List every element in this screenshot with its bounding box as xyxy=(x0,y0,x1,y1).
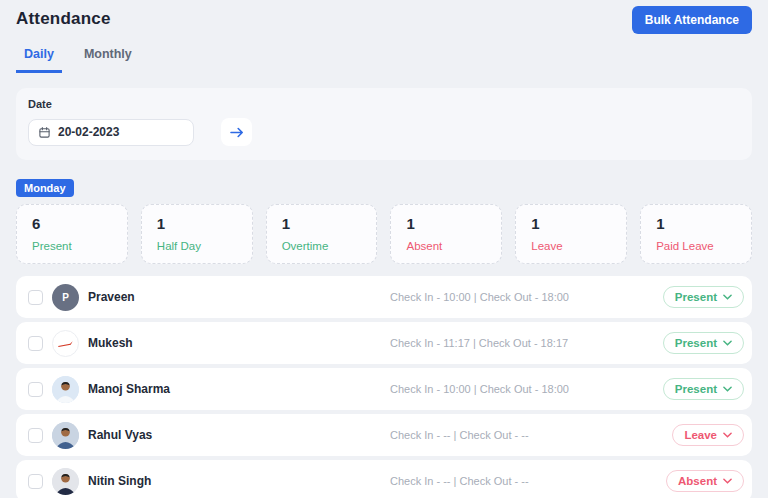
chevron-down-icon xyxy=(723,432,732,438)
check-in-out-text: Check In - -- | Check Out - -- xyxy=(390,475,529,487)
stat-value: 1 xyxy=(656,215,736,232)
chevron-down-icon xyxy=(723,340,732,346)
row-checkbox[interactable] xyxy=(28,428,43,443)
status-label: Present xyxy=(675,337,717,349)
chevron-down-icon xyxy=(723,386,732,392)
status-label: Absent xyxy=(678,475,717,487)
employee-name: Mukesh xyxy=(88,336,133,350)
stat-label: Absent xyxy=(406,240,486,252)
status-dropdown[interactable]: Present xyxy=(663,286,744,308)
stat-label: Present xyxy=(32,240,112,252)
employee-row: Nitin Singh Check In - -- | Check Out - … xyxy=(16,460,752,498)
stat-card: 1 Overtime xyxy=(266,204,378,264)
chevron-down-icon xyxy=(723,294,732,300)
employee-row: Manoj Sharma Check In - 10:00 | Check Ou… xyxy=(16,368,752,410)
avatar-photo xyxy=(52,468,79,495)
row-checkbox[interactable] xyxy=(28,336,43,351)
stat-label: Leave xyxy=(531,240,611,252)
stat-value: 1 xyxy=(531,215,611,232)
employee-list: P Praveen Check In - 10:00 | Check Out -… xyxy=(16,276,752,498)
date-filter-panel: Date 20-02-2023 xyxy=(16,88,752,160)
row-checkbox[interactable] xyxy=(28,382,43,397)
status-dropdown[interactable]: Leave xyxy=(672,424,744,446)
avatar-photo xyxy=(52,376,79,403)
stat-card: 1 Absent xyxy=(390,204,502,264)
stat-value: 1 xyxy=(157,215,237,232)
date-filter-row: 20-02-2023 xyxy=(28,118,740,146)
stat-card: 6 Present xyxy=(16,204,128,264)
stat-value: 1 xyxy=(282,215,362,232)
stat-card: 1 Paid Leave xyxy=(640,204,752,264)
stat-label: Half Day xyxy=(157,240,237,252)
stat-card: 1 Leave xyxy=(515,204,627,264)
chevron-down-icon xyxy=(723,478,732,484)
bulk-attendance-button[interactable]: Bulk Attendance xyxy=(632,6,752,34)
date-value: 20-02-2023 xyxy=(58,125,119,139)
check-in-out-text: Check In - 10:00 | Check Out - 18:00 xyxy=(390,383,569,395)
avatar-photo xyxy=(52,422,79,449)
stat-label: Overtime xyxy=(282,240,362,252)
employee-row: P Praveen Check In - 10:00 | Check Out -… xyxy=(16,276,752,318)
employee-row: Rahul Vyas Check In - -- | Check Out - -… xyxy=(16,414,752,456)
check-in-out-text: Check In - -- | Check Out - -- xyxy=(390,429,529,441)
employee-name: Praveen xyxy=(88,290,135,304)
date-label: Date xyxy=(28,98,740,110)
avatar-logo xyxy=(52,330,79,357)
employee-name: Nitin Singh xyxy=(88,474,151,488)
date-submit-button[interactable] xyxy=(221,118,252,146)
employee-name: Rahul Vyas xyxy=(88,428,152,442)
status-dropdown[interactable]: Present xyxy=(663,332,744,354)
stat-label: Paid Leave xyxy=(656,240,736,252)
view-tabs: Daily Monthly xyxy=(16,47,752,73)
status-label: Present xyxy=(675,291,717,303)
employee-row: Mukesh Check In - 11:17 | Check Out - 18… xyxy=(16,322,752,364)
day-badge: Monday xyxy=(16,179,74,197)
arrow-right-icon xyxy=(229,126,245,139)
stats-row: 6 Present 1 Half Day 1 Overtime 1 Absent… xyxy=(16,204,752,264)
date-input[interactable]: 20-02-2023 xyxy=(28,119,194,146)
check-in-out-text: Check In - 11:17 | Check Out - 18:17 xyxy=(390,337,568,349)
row-checkbox[interactable] xyxy=(28,290,43,305)
status-label: Leave xyxy=(684,429,717,441)
tab-monthly[interactable]: Monthly xyxy=(76,47,140,73)
status-label: Present xyxy=(675,383,717,395)
stat-value: 1 xyxy=(406,215,486,232)
status-dropdown[interactable]: Present xyxy=(663,378,744,400)
attendance-page: Attendance Bulk Attendance Daily Monthly… xyxy=(0,0,768,498)
stat-card: 1 Half Day xyxy=(141,204,253,264)
status-dropdown[interactable]: Absent xyxy=(666,470,744,492)
avatar-initial: P xyxy=(52,284,79,311)
tab-daily[interactable]: Daily xyxy=(16,47,62,73)
row-checkbox[interactable] xyxy=(28,474,43,489)
calendar-icon xyxy=(38,126,51,139)
check-in-out-text: Check In - 10:00 | Check Out - 18:00 xyxy=(390,291,569,303)
stat-value: 6 xyxy=(32,215,112,232)
employee-name: Manoj Sharma xyxy=(88,382,170,396)
page-header: Attendance Bulk Attendance xyxy=(16,0,752,32)
